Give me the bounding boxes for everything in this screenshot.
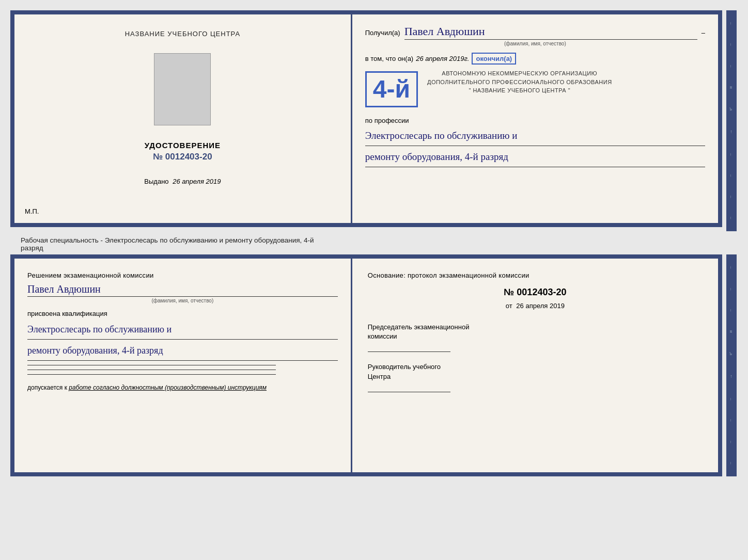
top-document-wrapper: НАЗВАНИЕ УЧЕБНОГО ЦЕНТРА УДОСТОВЕРЕНИЕ №… — [10, 10, 722, 231]
bottom-name-block: Павел Авдюшин (фамилия, имя, отчество) — [27, 283, 338, 303]
stamp-4y: 4-й — [373, 77, 410, 102]
rukovoditel-block: Руководитель учебного Центра — [368, 362, 703, 392]
top-center-title: НАЗВАНИЕ УЧЕБНОГО ЦЕНТРА — [125, 30, 240, 38]
poluchil-line: Получил(а) Павел Авдюшин – — [365, 25, 705, 40]
profession-line2-top: ремонту оборудования, 4-й разряд — [365, 148, 705, 167]
bottom-number: № 0012403-20 — [368, 287, 703, 298]
prisvoena-label: присвоена квалификация — [27, 310, 338, 317]
profession-line1-bottom: Электрослесарь по обслуживанию и — [27, 321, 338, 340]
stamp-area: 4-й АВТОНОМНУЮ НЕКОММЕРЧЕСКУЮ ОРГАНИЗАЦИ… — [365, 67, 705, 111]
rukovoditel-title: Руководитель учебного Центра — [368, 362, 703, 381]
mp-label: М.П. — [25, 207, 39, 215]
vydano-date: 26 апреля 2019 — [173, 178, 221, 185]
ot-date-value: 26 апреля 2019 — [516, 302, 565, 310]
predsedatel-title-text: Председатель экзаменационной — [368, 323, 470, 331]
dopuskaetsya-label: допускается к — [27, 384, 67, 391]
udostoverenie-number: № 0012403-20 — [145, 152, 221, 162]
strip-bottom-char-1: – — [729, 266, 734, 269]
top-document: НАЗВАНИЕ УЧЕБНОГО ЦЕНТРА УДОСТОВЕРЕНИЕ №… — [10, 10, 722, 227]
bottom-right-panel: Основание: протокол экзаменационной коми… — [352, 259, 718, 472]
strip-char-10: – — [729, 217, 734, 219]
right-strip-top: – – – и ,а ← – – – – — [726, 10, 737, 231]
vydano-label: Выдано — [144, 178, 168, 185]
osnovanie-text: Основание: протокол экзаменационной коми… — [368, 271, 703, 279]
stamp-4y-box: 4-й — [365, 71, 418, 107]
rukovoditel-subtitle-text: Центра — [368, 373, 391, 380]
dopuskaetsya-text: работе согласно должностным (производств… — [69, 384, 267, 391]
resheniem-text: Решением экзаменационной комиссии — [27, 271, 338, 279]
poluchil-name: Павел Авдюшин — [404, 25, 697, 40]
middle-text: Рабочая специальность - Электрослесарь п… — [10, 231, 738, 254]
strip-bottom-char-3: – — [729, 309, 734, 312]
strip-bottom-char-7: – — [729, 398, 734, 401]
udostoverenie-block: УДОСТОВЕРЕНИЕ № 0012403-20 — [145, 141, 221, 162]
top-left-panel: НАЗВАНИЕ УЧЕБНОГО ЦЕНТРА УДОСТОВЕРЕНИЕ №… — [14, 14, 352, 223]
dash-right: – — [702, 29, 705, 37]
strip-char-6: ← — [729, 130, 734, 134]
strip-bottom-char-10: – — [729, 462, 734, 465]
strip-bottom-char-4: и — [729, 330, 734, 333]
predsedatel-signature-line — [368, 351, 450, 352]
stamp-line1: АВТОНОМНУЮ НЕКОММЕРЧЕСКУЮ ОРГАНИЗАЦИЮ — [427, 69, 612, 78]
strip-bottom-char-9: – — [729, 441, 734, 443]
strip-char-2: – — [729, 43, 734, 46]
right-strip-bottom: – – – и ,а ← – – – – — [726, 254, 737, 476]
signature-line-3 — [27, 374, 276, 375]
fio-subtitle-top: (фамилия, имя, отчество) — [365, 41, 705, 46]
predsedatel-subtitle-text: комиссии — [368, 332, 397, 340]
strip-bottom-char-8: – — [729, 419, 734, 422]
profession-top: Электрослесарь по обслуживанию и ремонту… — [365, 127, 705, 167]
fio-subtitle-bottom: (фамилия, имя, отчество) — [27, 298, 338, 303]
strip-bottom-char-5: ,а — [729, 352, 734, 355]
profession-line1-top: Электрослесарь по обслуживанию и — [365, 127, 705, 146]
vtom-line: в том, что он(a) 26 апреля 2019г. окончи… — [365, 53, 705, 65]
strip-char-9: – — [729, 196, 734, 198]
poluchil-label: Получил(а) — [365, 29, 400, 37]
profession-line2-bottom: ремонту оборудования, 4-й разряд — [27, 342, 338, 361]
strip-char-5: ,а — [729, 107, 734, 110]
vydano-line: Выдано 26 апреля 2019 — [144, 178, 221, 185]
middle-text-content: Рабочая специальность - Электрослесарь п… — [21, 236, 314, 244]
strip-char-3: – — [729, 65, 734, 68]
vtom-label: в том, что он(a) — [365, 55, 413, 62]
bottom-document-wrapper: Решением экзаменационной комиссии Павел … — [10, 254, 722, 476]
signature-line-2 — [27, 370, 276, 370]
predsedatel-title: Председатель экзаменационной комиссии — [368, 323, 703, 341]
rukovoditel-signature-line — [368, 392, 450, 392]
top-right-panel: Получил(а) Павел Авдюшин – (фамилия, имя… — [352, 14, 718, 223]
vtom-date: 26 апреля 2019г. — [416, 55, 469, 62]
bottom-name: Павел Авдюшин — [27, 283, 338, 297]
stamp-text: АВТОНОМНУЮ НЕКОММЕРЧЕСКУЮ ОРГАНИЗАЦИЮ ДО… — [423, 67, 616, 97]
bottom-left-panel: Решением экзаменационной комиссии Павел … — [14, 259, 352, 472]
rukovoditel-title-text: Руководитель учебного — [368, 363, 441, 371]
po-professii-label: по профессии — [365, 117, 705, 124]
signature-line-1 — [27, 365, 276, 365]
strip-char-4: и — [729, 86, 734, 89]
okonchil-label: окончил(а) — [472, 53, 516, 65]
bottom-document: Решением экзаменационной комиссии Павел … — [10, 254, 722, 476]
strip-bottom-char-6: ← — [729, 374, 734, 379]
profession-bottom: Электрослесарь по обслуживанию и ремонту… — [27, 321, 338, 361]
stamp-line3: " НАЗВАНИЕ УЧЕБНОГО ЦЕНТРА " — [427, 86, 612, 95]
page-container: НАЗВАНИЕ УЧЕБНОГО ЦЕНТРА УДОСТОВЕРЕНИЕ №… — [10, 10, 738, 476]
ot-date-line: от 26 апреля 2019 — [368, 302, 703, 310]
strip-char-8: – — [729, 174, 734, 177]
ot-label: от — [506, 302, 512, 310]
photo-placeholder — [154, 53, 211, 125]
strip-char-1: – — [729, 22, 734, 25]
udostoverenie-title: УДОСТОВЕРЕНИЕ — [145, 141, 221, 150]
middle-text2-content: разряд — [21, 244, 43, 252]
strip-char-7: – — [729, 153, 734, 156]
dopuskaetsya-block: допускается к работе согласно должностны… — [27, 384, 338, 391]
strip-bottom-char-2: – — [729, 288, 734, 291]
stamp-line2: ДОПОЛНИТЕЛЬНОГО ПРОФЕССИОНАЛЬНОГО ОБРАЗО… — [427, 78, 612, 87]
predsedatel-block: Председатель экзаменационной комиссии — [368, 323, 703, 352]
